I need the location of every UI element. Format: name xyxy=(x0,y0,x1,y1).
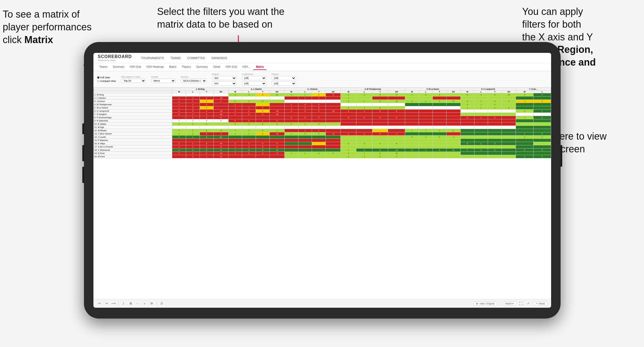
cell-2-11 xyxy=(326,100,341,103)
expand-icon[interactable]: ⤢ xyxy=(526,301,530,306)
cell-4-12: 0 xyxy=(341,106,356,110)
gender-select[interactable]: Men's xyxy=(151,79,175,83)
cell-15-4: 2 xyxy=(228,142,242,145)
cell-2-14: 0 xyxy=(372,100,388,103)
cell-7-17 xyxy=(419,116,433,119)
cell-6-22 xyxy=(488,113,502,116)
nav-teams[interactable]: TEAMS xyxy=(170,56,181,60)
cell-2-10 xyxy=(312,100,326,103)
cell-12-13: 2 xyxy=(356,132,372,136)
forward-icon[interactable]: ⟶ xyxy=(111,301,116,306)
matrix-table-container[interactable]: 1. W Ding 2. L Clanton 3. J Koivun 4. M … xyxy=(93,88,551,299)
cell-12-20 xyxy=(460,132,474,136)
region-select-2[interactable]: N/A xyxy=(212,81,236,86)
undo-icon[interactable]: ↩ xyxy=(97,301,102,306)
tab-h2h-heatmap2[interactable]: H2H… xyxy=(240,64,253,70)
region-select-1[interactable]: N/A xyxy=(212,76,236,80)
clock-icon[interactable]: ⏱ xyxy=(160,301,164,306)
cell-0-23: 13 xyxy=(502,93,516,97)
cell-4-7 xyxy=(269,106,284,110)
cell-16-14 xyxy=(372,145,388,149)
nav-committee[interactable]: COMMITTEE xyxy=(187,56,205,60)
cell-9-16 xyxy=(405,123,419,126)
cell-4-19 xyxy=(446,106,460,110)
tab-summary[interactable]: Summary xyxy=(110,64,127,70)
separator-1 xyxy=(118,301,119,306)
cell-2-4: 0 xyxy=(228,100,242,103)
tab-h2h-grid2[interactable]: H2H Grid xyxy=(223,64,240,70)
minus-icon[interactable]: − xyxy=(135,301,140,306)
cell-2-21: 1 xyxy=(474,100,488,103)
cell-2-12: 0 xyxy=(341,100,356,103)
tab-matrix-active[interactable]: Matrix xyxy=(253,64,266,70)
cell-5-2: 0 xyxy=(200,110,213,113)
cell-18-22 xyxy=(488,152,502,155)
cell-17-22: 0 xyxy=(488,149,502,152)
cell-11-1: 1 xyxy=(186,129,200,132)
sh-l4: L xyxy=(356,91,372,93)
cell-2-8 xyxy=(284,100,298,103)
cell-2-1: 1 xyxy=(186,100,200,103)
max-players-select[interactable]: Top 25 xyxy=(121,79,146,83)
cell-11-20 xyxy=(460,129,474,132)
cell-5-16 xyxy=(405,110,419,113)
share-icon[interactable]: ⤴ xyxy=(121,301,126,306)
share-button[interactable]: ↗ Share xyxy=(533,301,547,306)
settings-icon[interactable]: ⚙ xyxy=(149,301,154,306)
sh-l6: L xyxy=(474,91,488,93)
tab-players[interactable]: Players xyxy=(179,64,194,70)
tab-matrix[interactable]: Matrix xyxy=(166,64,179,70)
grid-icon[interactable]: ⊞ xyxy=(128,301,133,306)
sh-w5: W xyxy=(405,91,419,93)
cell-5-17 xyxy=(419,110,433,113)
cell-6-8 xyxy=(284,113,298,116)
cell-10-14 xyxy=(372,126,388,129)
cell-2-22: 0 xyxy=(488,100,502,103)
cell-9-5: 1 xyxy=(242,123,256,126)
tab-summary2[interactable]: Summary xyxy=(194,64,211,70)
view-options: Full View Compact View xyxy=(97,76,116,82)
cell-19-9 xyxy=(298,155,312,158)
watch-button[interactable]: Watch ▾ xyxy=(503,301,516,306)
conference-select-1[interactable]: (All) xyxy=(242,76,266,80)
radio-compact-view[interactable]: Compact View xyxy=(97,80,116,82)
cell-10-16 xyxy=(405,126,419,129)
cell-6-20 xyxy=(460,113,474,116)
cell-9-0: 1 xyxy=(172,123,186,126)
cell-8-16 xyxy=(405,119,419,123)
players-select-1[interactable]: (All) xyxy=(272,76,296,80)
plus-icon[interactable]: + xyxy=(142,301,147,306)
cell-2-16: 0 xyxy=(405,100,419,103)
cell-4-21: 1 xyxy=(474,106,488,110)
tab-h2h-heatmap[interactable]: H2H Heatmap xyxy=(144,64,166,70)
redo-icon[interactable]: ↪ xyxy=(104,301,109,306)
cell-18-last-0 xyxy=(516,152,534,155)
cell-16-4: 1 xyxy=(228,145,242,149)
tab-detail[interactable]: Detail xyxy=(211,64,223,70)
annotation-top-left: To see a matrix of player performances c… xyxy=(3,8,111,46)
cell-4-13: 1 xyxy=(356,106,372,110)
cell-19-23 xyxy=(502,155,516,158)
cell-7-2: 0 xyxy=(200,116,213,119)
nav-rankings[interactable]: RANKINGS xyxy=(212,56,227,60)
cell-18-15: 13 xyxy=(388,152,405,155)
cell-16-23 xyxy=(502,145,516,149)
players-select-2[interactable]: (All) xyxy=(272,81,296,86)
cell-7-22: 0 xyxy=(488,116,502,119)
cell-13-21 xyxy=(474,136,488,139)
tab-h2h-grid[interactable]: H2H Grid xyxy=(127,64,144,70)
fullscreen-icon[interactable]: ⛶ xyxy=(519,301,523,306)
conference-select-2[interactable]: (All) xyxy=(242,81,266,86)
cell-14-12 xyxy=(341,139,356,142)
cell-16-0: 2 xyxy=(172,145,186,149)
tab-teams[interactable]: Teams xyxy=(97,64,110,70)
gender-label: Gender xyxy=(151,76,175,78)
view-original-button[interactable]: 🖥 View: Original xyxy=(473,301,497,306)
division-select[interactable]: NCAA Division I xyxy=(181,79,207,83)
cell-16-5: 1 xyxy=(242,145,256,149)
cell-17-18: 0 xyxy=(432,149,446,152)
radio-full-view[interactable]: Full View xyxy=(97,76,116,79)
cell-3-18 xyxy=(432,103,446,106)
nav-tournaments[interactable]: TOURNAMENTS xyxy=(141,56,164,60)
cell-6-9 xyxy=(298,113,312,116)
